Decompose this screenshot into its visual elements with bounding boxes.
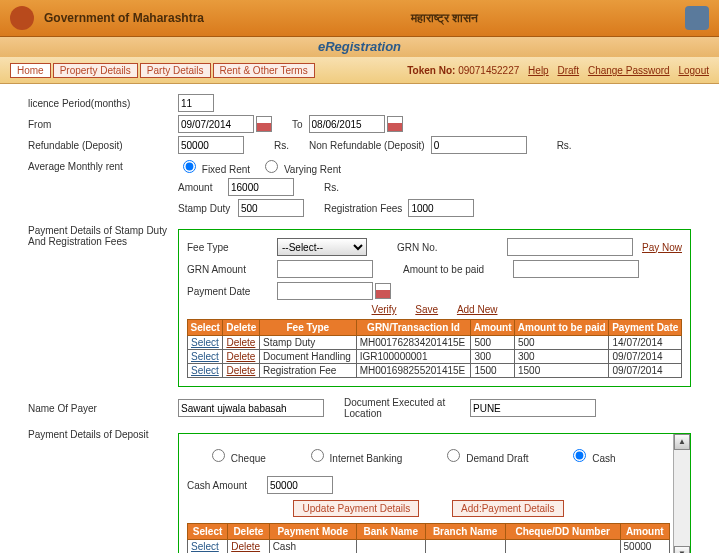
refdep-label: Refundable (Deposit) xyxy=(28,140,178,151)
save-link[interactable]: Save xyxy=(415,304,438,315)
grnno-input[interactable] xyxy=(507,238,633,256)
amtpaid-label: Amount to be paid xyxy=(403,264,513,275)
state-emblem-icon xyxy=(10,6,34,30)
regfee-input[interactable] xyxy=(408,199,474,217)
tab-property[interactable]: Property Details xyxy=(53,63,138,78)
to-date-input[interactable] xyxy=(309,115,385,133)
table-row: SelectDeleteCash50000 xyxy=(188,540,670,554)
paydetails-label: Payment Details of Stamp Duty And Regist… xyxy=(28,225,178,247)
nonref-label: Non Refundable (Deposit) xyxy=(309,140,425,151)
payer-label: Name Of Payer xyxy=(28,403,178,414)
dd-radio[interactable]: Demand Draft xyxy=(442,446,528,464)
amount-label: Amount xyxy=(178,182,228,193)
feetype-label: Fee Type xyxy=(187,242,277,253)
docloc-input[interactable] xyxy=(470,399,596,417)
to-label: To xyxy=(292,119,303,130)
verify-link[interactable]: Verify xyxy=(372,304,397,315)
scrollbar[interactable]: ▲ ▼ xyxy=(673,434,690,553)
select-link[interactable]: Select xyxy=(191,337,219,348)
grnamt-label: GRN Amount xyxy=(187,264,277,275)
paydate-label: Payment Date xyxy=(187,286,277,297)
calendar-icon[interactable] xyxy=(256,116,272,132)
feetype-select[interactable]: --Select-- xyxy=(277,238,367,256)
dept-logo-icon xyxy=(685,6,709,30)
table-row: SelectDeleteRegistration FeeMH0016982552… xyxy=(188,364,682,378)
licence-period-label: licence Period(months) xyxy=(28,98,178,109)
deposit-table: SelectDeletePayment Mode Bank NameBranch… xyxy=(187,523,670,553)
addnew-link[interactable]: Add New xyxy=(457,304,498,315)
select-link[interactable]: Select xyxy=(191,351,219,362)
tab-home[interactable]: Home xyxy=(10,63,51,78)
paynow-link[interactable]: Pay Now xyxy=(642,242,682,253)
delete-link[interactable]: Delete xyxy=(226,337,255,348)
app-title: eRegistration xyxy=(0,37,719,57)
delete-link[interactable]: Delete xyxy=(231,541,260,552)
link-changepw[interactable]: Change Password xyxy=(588,65,670,76)
netbank-radio[interactable]: Internet Banking xyxy=(306,446,403,464)
update-payment-button[interactable]: Update Payment Details xyxy=(293,500,419,517)
link-logout[interactable]: Logout xyxy=(678,65,709,76)
link-draft[interactable]: Draft xyxy=(557,65,579,76)
tab-rent[interactable]: Rent & Other Terms xyxy=(213,63,315,78)
select-link[interactable]: Select xyxy=(191,365,219,376)
stampduty-label: Stamp Duty xyxy=(178,203,238,214)
fixed-rent-radio[interactable]: Fixed Rent xyxy=(178,157,250,175)
stampduty-input[interactable] xyxy=(238,199,304,217)
payer-input[interactable] xyxy=(178,399,324,417)
token-value: 09071452227 xyxy=(458,65,519,76)
select-link[interactable]: Select xyxy=(191,541,219,552)
cashamt-input[interactable] xyxy=(267,476,333,494)
tab-party[interactable]: Party Details xyxy=(140,63,211,78)
cheque-radio[interactable]: Cheque xyxy=(207,446,266,464)
regfee-label: Registration Fees xyxy=(324,203,402,214)
rs-label: Rs. xyxy=(557,140,572,151)
amount-input[interactable] xyxy=(228,178,294,196)
docloc-label: Document Executed at Location xyxy=(344,397,464,419)
rs-label: Rs. xyxy=(324,182,339,193)
delete-link[interactable]: Delete xyxy=(226,351,255,362)
cash-radio[interactable]: Cash xyxy=(568,446,615,464)
amtpaid-input[interactable] xyxy=(513,260,639,278)
add-payment-button[interactable]: Add:Payment Details xyxy=(452,500,563,517)
refdep-input[interactable] xyxy=(178,136,244,154)
delete-link[interactable]: Delete xyxy=(226,365,255,376)
from-label: From xyxy=(28,119,178,130)
varying-rent-radio[interactable]: Varying Rent xyxy=(260,157,341,175)
cashamt-label: Cash Amount xyxy=(187,480,267,491)
avg-rent-label: Average Monthly rent xyxy=(28,161,178,172)
nonref-input[interactable] xyxy=(431,136,527,154)
grnno-label: GRN No. xyxy=(397,242,507,253)
grnamt-input[interactable] xyxy=(277,260,373,278)
licence-period-input[interactable] xyxy=(178,94,214,112)
deposit-label: Payment Details of Deposit xyxy=(28,429,178,440)
table-row: SelectDeleteStamp DutyMH001762834201415E… xyxy=(188,336,682,350)
from-date-input[interactable] xyxy=(178,115,254,133)
calendar-icon[interactable] xyxy=(387,116,403,132)
table-row: SelectDeleteDocument HandlingIGR10000000… xyxy=(188,350,682,364)
scroll-down-icon[interactable]: ▼ xyxy=(674,546,690,553)
token-label: Token No: xyxy=(407,65,455,76)
rs-label: Rs. xyxy=(274,140,289,151)
fee-table: SelectDeleteFee Type GRN/Transaction IdA… xyxy=(187,319,682,378)
gov-title: Government of Maharashtra xyxy=(44,11,204,25)
link-help[interactable]: Help xyxy=(528,65,549,76)
gov-marathi: महाराष्ट्र शासन xyxy=(411,11,478,25)
calendar-icon[interactable] xyxy=(375,283,391,299)
paydate-input[interactable] xyxy=(277,282,373,300)
scroll-up-icon[interactable]: ▲ xyxy=(674,434,690,450)
